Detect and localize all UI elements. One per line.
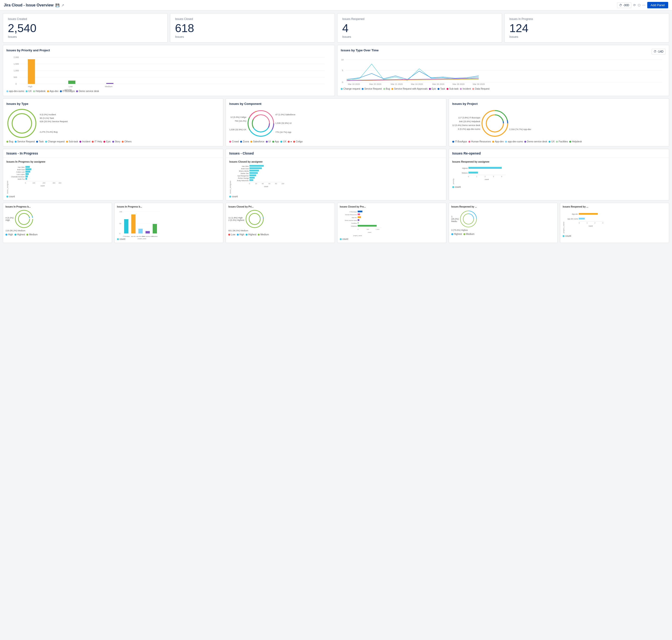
type-time-chart: 10 5 0 Mar 18 2020 Mar 20 2020 Mar 21 20… (341, 57, 666, 85)
share-icon[interactable]: ↗ (61, 3, 64, 7)
svg-rect-100 (469, 172, 478, 174)
svg-text:project_name: project_name (353, 235, 362, 236)
closed-assignee-bar-chart: Han Wen Ankit Goel Bhanu Akella Stefan Z… (233, 164, 443, 193)
legend-data-request: Data Request (472, 87, 489, 90)
svg-text:400: 400 (58, 182, 61, 184)
stat-unit-created: Issues (8, 35, 163, 39)
svg-rect-84 (249, 175, 256, 176)
svg-text:50: 50 (119, 223, 121, 224)
svg-text:2: 2 (485, 176, 486, 177)
in-progress-section: Issues - In Progress Issues In Progress … (3, 149, 223, 200)
svg-text:3: 3 (602, 222, 603, 224)
closed-project-panel: Issues Closed by Pro... IT-BusApps Human… (337, 203, 446, 243)
svg-rect-59 (26, 168, 31, 170)
stat-value-inprogress: 124 (509, 23, 664, 34)
legend-item-helpdesk: Helpdesk (33, 90, 46, 92)
type-time-panel: Issues by Type Over Time ⏱ -14D 10 5 0 M… (337, 45, 669, 96)
save-icon[interactable]: 💾 (55, 3, 59, 7)
closed-assignee-legend: count (229, 195, 443, 198)
closed-title: Issues - Closed (226, 149, 446, 158)
refresh-button[interactable]: ⟳ (633, 3, 636, 7)
filter-button[interactable]: ⬡ (638, 3, 640, 7)
component-left-labels: 12 (0.3%) Celigo 753 (16.2%) 1,530 (32.9… (229, 115, 246, 132)
svg-text:High: High (28, 85, 32, 88)
legend-item-itbusapps: IT-BusApps (60, 90, 75, 92)
stat-card-reopened: Issues Reopened 4 Issues (337, 13, 502, 43)
svg-rect-119 (139, 229, 143, 233)
reopened-project-bar-chart: App-dev app-dev-sumo 0 1 2 3 count (566, 209, 667, 233)
add-panel-button[interactable]: Add Panel (647, 2, 668, 8)
reopened-project-y-label: project_name (562, 209, 565, 233)
in-progress-title: Issues - In Progress (3, 149, 223, 158)
closed-priority-big-label: 601 (96.5%) Medium (228, 229, 332, 232)
svg-rect-76 (249, 165, 264, 167)
priority-project-chart: 2,000 1,500 1,000 500 0 High Low (6, 55, 331, 88)
time-badge-label: -30D (623, 3, 629, 7)
type-component-project-row: Issues by Type 9 (0.3%) Incident 95 (3.1… (3, 99, 669, 146)
svg-rect-11 (68, 81, 75, 84)
svg-text:Mar 30 2020: Mar 30 2020 (473, 83, 485, 85)
stat-label-inprogress: Issues In Progress (509, 17, 664, 21)
closed-priority-title: Issues Closed by Pri... (228, 205, 332, 208)
svg-text:Human Resources: Human Resources (345, 214, 357, 215)
svg-text:count: count (368, 232, 371, 233)
svg-text:IT-BusApps: IT-BusApps (349, 211, 357, 213)
svg-text:60: 60 (269, 183, 270, 185)
svg-text:Low: Low (69, 85, 73, 88)
svg-text:Ankit Goel: Ankit Goel (17, 169, 25, 171)
legend-epic: Epic (429, 87, 436, 90)
reopened-project-legend: count (562, 235, 667, 237)
svg-text:Mar 24 2020: Mar 24 2020 (411, 83, 423, 85)
project-right-labels: 2,316 (74.7%) App-dev (509, 116, 531, 131)
type-donut-labels: 9 (0.3%) Incident 95 (3.1%) Task 628 (20… (40, 113, 68, 134)
svg-rect-144 (358, 225, 377, 227)
type-time-title: Issues by Type Over Time (341, 48, 378, 52)
svg-text:80: 80 (275, 183, 277, 185)
time-filter[interactable]: ⏱ -30D (617, 2, 631, 8)
svg-text:count: count (264, 186, 268, 187)
reopened-assignee-legend: count (452, 186, 666, 188)
legend-item-demo: Demo service desk (76, 90, 99, 92)
svg-text:IT-BusApps: IT-BusApps (123, 236, 130, 237)
priority-project-panel: Issues by Priority and Project 2,000 1,5… (3, 45, 335, 96)
svg-text:0: 0 (119, 233, 120, 234)
svg-text:Helpdesk: Helpdesk (351, 226, 357, 227)
closed-priority-legend: Low High Highest Medium (228, 233, 332, 236)
svg-rect-88 (249, 179, 253, 181)
svg-rect-10 (28, 59, 35, 84)
svg-text:Cullen Lam: Cullen Lam (16, 171, 25, 173)
svg-rect-12 (106, 83, 113, 84)
legend-change-request: Change request (341, 87, 360, 90)
clock-icon: ⏱ (619, 3, 622, 7)
reopened-priority-title: Issues Reopened by ... (451, 205, 555, 208)
stat-unit-inprogress: Issues (509, 35, 664, 39)
svg-rect-65 (26, 175, 28, 177)
reopened-assignee-bar-chart: Highest Medium 0 1 2 3 4 count (456, 164, 666, 184)
svg-text:2,000: 2,000 (14, 56, 19, 58)
svg-text:app-dev-sumo: app-dev-sumo (568, 218, 578, 220)
svg-text:0: 0 (342, 81, 343, 84)
stat-unit-closed: Issues (175, 35, 330, 39)
svg-rect-142 (358, 222, 359, 224)
svg-text:Medium: Medium (105, 85, 113, 88)
type-donut-legend: Bug Service Request Task Change request … (6, 140, 220, 143)
closed-assignee-title: Issues Closed by assignee (229, 160, 443, 163)
svg-rect-78 (249, 168, 262, 169)
legend-incident: Incident (460, 87, 471, 90)
type-time-badge[interactable]: ⏱ -14D (652, 49, 666, 55)
in-progress-project-bar: 100 50 0 IT-BusApps app-dev app-dev-sumo… (117, 209, 221, 236)
reopened-assignee-chart: priority Highest Medium 0 1 2 3 4 (452, 164, 666, 184)
svg-point-153 (462, 212, 475, 226)
in-progress-assignee-chart: issue_assignee Han Wen Ankit Goel Cullen… (6, 164, 220, 194)
stat-card-closed: Issues Closed 618 Issues (170, 13, 335, 43)
priority-project-title: Issues by Priority and Project (6, 48, 331, 52)
closed-assignee-chart: issue_assignee Han Wen Ankit Goel Bhanu … (229, 164, 443, 194)
svg-text:project_name: project_name (138, 238, 146, 239)
closed-project-bar: IT-BusApps Human Resources App-dev Demo … (340, 209, 444, 236)
legend-service-request: Service Request (362, 87, 382, 90)
in-progress-priority-big-label: 119 (95.2%) Medium (5, 229, 110, 232)
in-progress-assignee-legend: count (6, 195, 220, 198)
closed-project-title: Issues Closed by Pro... (340, 205, 444, 208)
svg-text:5: 5 (342, 69, 343, 72)
more-button[interactable]: ⋯ (642, 3, 645, 7)
